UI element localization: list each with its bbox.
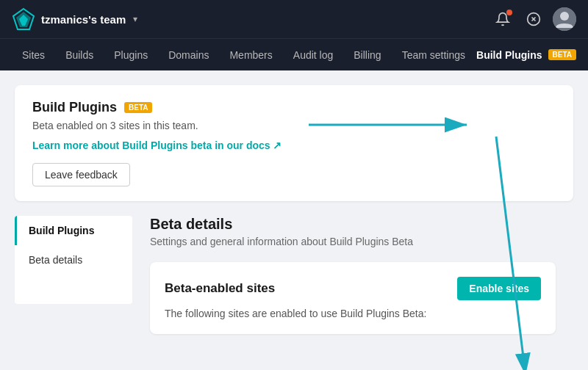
- panel-subtitle: Settings and general information about B…: [150, 236, 556, 247]
- sidebar: Build Plugins Beta details: [15, 216, 132, 304]
- info-card-badge: Beta: [124, 102, 152, 113]
- learn-more-link[interactable]: Learn more about Build Plugins beta in o…: [32, 139, 282, 151]
- avatar[interactable]: [553, 7, 576, 31]
- nav-highlight-build-plugins: Build Plugins Beta: [476, 49, 576, 61]
- content-section: Build Plugins Beta details Beta details …: [15, 216, 573, 334]
- leave-feedback-button[interactable]: Leave feedback: [32, 163, 130, 186]
- nav-item-builds[interactable]: Builds: [55, 39, 104, 71]
- nav-item-team-settings[interactable]: Team settings: [392, 39, 476, 71]
- notifications-button[interactable]: [491, 7, 514, 31]
- sidebar-item-beta-details[interactable]: Beta details: [15, 245, 132, 275]
- brand-name: tzmanics's team: [41, 13, 126, 26]
- nav-item-plugins[interactable]: Plugins: [104, 39, 158, 71]
- enable-sites-button[interactable]: Enable sites: [457, 277, 541, 300]
- sub-nav: Sites Builds Plugins Domains Members Aud…: [0, 38, 588, 70]
- nav-item-members[interactable]: Members: [219, 39, 282, 71]
- section-card-header: Beta-enabled sites Enable sites: [165, 277, 541, 300]
- section-card-text: The following sites are enabled to use B…: [165, 308, 541, 319]
- panel-title: Beta details: [150, 216, 556, 233]
- brand-chevron-icon: ▾: [133, 14, 137, 24]
- nav-item-sites[interactable]: Sites: [12, 39, 55, 71]
- info-card: Build Plugins Beta Beta enabled on 3 sit…: [15, 85, 573, 201]
- beta-sites-card: Beta-enabled sites Enable sites The foll…: [150, 262, 556, 334]
- nav-highlight-badge: Beta: [548, 49, 576, 60]
- section-card-title: Beta-enabled sites: [165, 281, 275, 296]
- nav-item-audit-log[interactable]: Audit log: [283, 39, 343, 71]
- sidebar-item-build-plugins[interactable]: Build Plugins: [15, 216, 132, 245]
- svg-point-7: [560, 12, 569, 21]
- brand-logo-icon: [12, 7, 35, 31]
- main-content: Build Plugins Beta Beta enabled on 3 sit…: [0, 70, 588, 370]
- nav-item-domains[interactable]: Domains: [158, 39, 219, 71]
- nav-item-billing[interactable]: Billing: [343, 39, 391, 71]
- nav-icons: [491, 7, 576, 31]
- nav-highlight-label: Build Plugins: [476, 49, 542, 61]
- info-card-title: Build Plugins Beta: [32, 100, 556, 115]
- main-panel: Beta details Settings and general inform…: [132, 216, 573, 334]
- info-card-subtitle: Beta enabled on 3 sites in this team.: [32, 120, 556, 131]
- close-button[interactable]: [522, 7, 545, 31]
- brand-area[interactable]: tzmanics's team ▾: [12, 7, 137, 31]
- notification-badge: [506, 10, 512, 15]
- top-nav: tzmanics's team ▾: [0, 0, 588, 38]
